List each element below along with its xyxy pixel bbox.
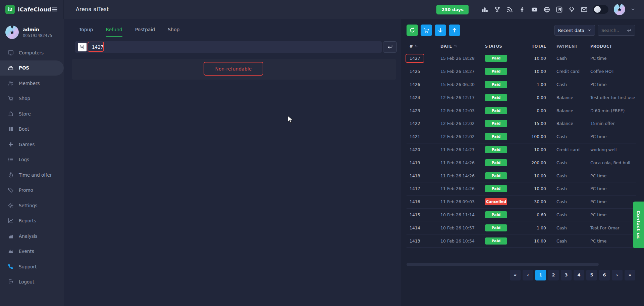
receipt-icon[interactable]: [78, 43, 87, 51]
sidebar-item[interactable]: Events: [0, 244, 64, 259]
sidebar-item[interactable]: Games: [0, 137, 64, 152]
page-button[interactable]: 6: [599, 270, 610, 280]
sidebar-item[interactable]: Computers: [0, 45, 64, 60]
sidebar-item-label: Support: [19, 264, 37, 269]
table-row[interactable]: 1420 11 Feb 26 14:27 Paid 10.00 Credit c…: [407, 143, 636, 157]
upload-button[interactable]: [449, 25, 460, 36]
page-title: Arena aiTest: [76, 6, 109, 12]
search-enter-button[interactable]: [623, 25, 635, 35]
orders-search-input[interactable]: [598, 28, 623, 33]
table-row[interactable]: 1415 10 Feb 26 11:14 Paid 0.60 Cash PC t…: [407, 209, 636, 222]
tab[interactable]: Shop: [168, 27, 179, 37]
table-row[interactable]: 1421 12 Feb 26 12:02 Paid 100.00 Cash PC…: [407, 130, 636, 143]
globe-icon[interactable]: [543, 6, 550, 13]
page-button[interactable]: 5: [586, 270, 597, 280]
row-payment: Balance: [546, 121, 589, 126]
sidebar-item[interactable]: Members: [0, 76, 64, 91]
row-payment: Balance: [546, 95, 589, 100]
refresh-button[interactable]: [407, 25, 418, 36]
contact-us-button[interactable]: Contact us: [633, 202, 644, 248]
invoice-search-input[interactable]: [91, 41, 131, 53]
theme-toggle[interactable]: [593, 5, 608, 14]
row-date: 12 Feb 26 12:17: [440, 95, 485, 100]
sidebar-item-label: Store: [19, 111, 31, 117]
table-row[interactable]: 1419 11 Feb 26 14:26 Paid 200.00 Cash Co…: [407, 156, 636, 169]
table-row[interactable]: 1426 15 Feb 26 06:30 Paid 1.00 Cash PC t…: [407, 78, 636, 91]
tab[interactable]: Postpaid: [135, 27, 155, 37]
mail-icon[interactable]: [581, 6, 588, 13]
youtube-icon[interactable]: [531, 6, 538, 13]
tab[interactable]: Topup: [79, 27, 93, 37]
license-days-badge[interactable]: 230 days: [436, 5, 469, 14]
row-id: 1414: [410, 225, 420, 230]
members-icon: [8, 80, 14, 86]
row-id: 1417: [410, 186, 420, 191]
table-row[interactable]: 1422 12 Feb 26 12:02 Paid 15.00 Balance …: [407, 117, 636, 130]
sidebar-item[interactable]: Promo: [0, 183, 64, 198]
table-row[interactable]: 1413 10 Feb 26 10:54 Paid 10.00 Cash PC …: [407, 234, 636, 248]
table-row[interactable]: 1427 15 Feb 26 18:28 Paid 10.00 Cash PC …: [407, 52, 636, 65]
user-avatar[interactable]: [614, 4, 625, 15]
sidebar-item[interactable]: Logout: [0, 274, 64, 290]
col-date[interactable]: DATE: [440, 44, 485, 49]
page-button[interactable]: 2: [548, 270, 559, 280]
profile-block[interactable]: admin 005193482475: [0, 19, 64, 43]
row-total: 10.00: [526, 186, 546, 191]
sidebar-item[interactable]: Analysis: [0, 228, 64, 244]
sidebar-item[interactable]: Reports: [0, 213, 64, 229]
computers-icon: [8, 50, 14, 56]
menu-icon[interactable]: [51, 6, 58, 13]
ranking-icon[interactable]: [481, 6, 488, 13]
page-button[interactable]: 4: [574, 270, 584, 280]
page-button[interactable]: »: [625, 270, 635, 280]
tab[interactable]: Refund: [106, 27, 122, 37]
store-icon: [8, 111, 14, 117]
sidebar-item[interactable]: Support: [0, 259, 64, 274]
icafe-app-icon[interactable]: [556, 6, 563, 13]
chevron-down-icon[interactable]: [631, 7, 635, 12]
sidebar-item[interactable]: Boot: [0, 122, 64, 137]
row-date: 11 Feb 26 14:26: [440, 186, 485, 191]
submit-enter-button[interactable]: [383, 41, 397, 53]
row-payment: Credit card: [546, 147, 589, 152]
row-product: PC time: [589, 56, 636, 61]
chevron-down-icon: [587, 28, 591, 32]
profile-name: admin: [23, 27, 52, 32]
analysis-icon: [8, 233, 14, 239]
row-product: Coca cola, Red bull: [589, 160, 636, 165]
table-row[interactable]: 1414 10 Feb 26 10:57 Paid 1.00 Cash Test…: [407, 221, 636, 234]
page-button[interactable]: ‹: [523, 270, 533, 280]
table-row[interactable]: 1425 15 Feb 26 18:27 Paid 10.00 Credit c…: [407, 65, 636, 78]
orders-panel: Recent data # DATE STATUS TOTAL PAYMENT …: [401, 19, 644, 306]
trophy-icon[interactable]: [494, 6, 501, 13]
sidebar-item[interactable]: Logs: [0, 152, 64, 168]
row-total: 10.00: [526, 147, 546, 152]
table-row[interactable]: 1423 12 Feb 26 12:03 Paid 0.00 Balance D…: [407, 104, 636, 117]
rss-icon[interactable]: [506, 6, 513, 13]
page-button[interactable]: 1: [535, 270, 546, 280]
sort-icon: [454, 44, 458, 48]
sidebar-item[interactable]: Shop: [0, 91, 64, 106]
col-status: STATUS: [485, 44, 526, 49]
sidebar-item[interactable]: Settings: [0, 198, 64, 213]
table-row[interactable]: 1418 11 Feb 26 14:26 Paid 10.00 Cash PC …: [407, 169, 636, 182]
page-button[interactable]: «: [510, 270, 521, 280]
cart-icon: [423, 27, 429, 33]
table-row[interactable]: 1416 11 Feb 26 09:03 Cancelled 30.00 Cas…: [407, 195, 636, 209]
page-button[interactable]: ›: [612, 270, 623, 280]
facebook-icon[interactable]: [519, 6, 526, 13]
sidebar-item[interactable]: Store: [0, 106, 64, 122]
col-id[interactable]: #: [410, 44, 440, 49]
horizontal-scrollbar[interactable]: [407, 263, 599, 266]
layers-icon[interactable]: [568, 6, 575, 13]
sidebar-item-label: Shop: [19, 96, 30, 101]
data-filter-select[interactable]: Recent data: [554, 25, 595, 36]
sidebar-item[interactable]: Time and offer: [0, 167, 64, 183]
cart-button[interactable]: [421, 25, 432, 36]
download-button[interactable]: [435, 25, 446, 36]
table-row[interactable]: 1424 12 Feb 26 12:17 Paid 0.00 Balance T…: [407, 91, 636, 104]
page-button[interactable]: 3: [561, 270, 572, 280]
sidebar-item[interactable]: POS: [0, 60, 64, 76]
table-row[interactable]: 1417 11 Feb 26 14:26 Paid 10.00 Cash PC …: [407, 182, 636, 195]
row-date: 12 Feb 26 12:02: [440, 121, 485, 126]
